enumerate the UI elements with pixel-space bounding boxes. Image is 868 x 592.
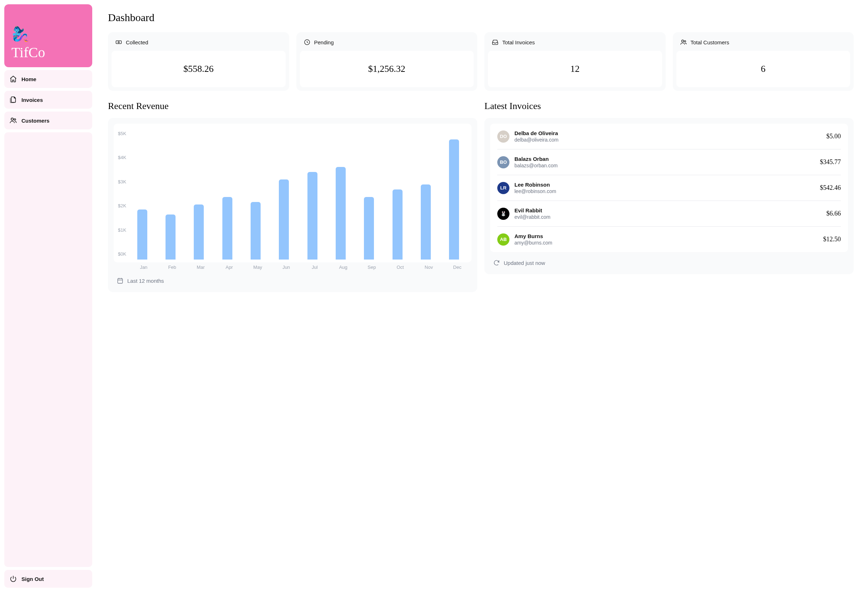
sidebar-item-label: Home — [21, 76, 37, 82]
month-label: Apr — [215, 264, 244, 270]
invoices-title: Latest Invoices — [484, 101, 854, 112]
y-tick: $3K — [118, 179, 126, 185]
stat-value: 6 — [676, 51, 850, 87]
invoice-email: evil@rabbit.com — [514, 214, 822, 220]
stat-value: $1,256.32 — [300, 51, 474, 87]
bar-col — [129, 210, 155, 260]
signout-button[interactable]: Sign Out — [4, 570, 92, 588]
invoice-amount: $5.00 — [827, 133, 841, 140]
month-labels: JanFebMarAprMayJunJulAugSepOctNovDec — [114, 264, 472, 270]
invoices-footer: Updated just now — [490, 252, 848, 269]
invoice-name: Balazs Orban — [514, 156, 815, 162]
documents-icon — [9, 96, 17, 104]
month-label: Nov — [415, 264, 443, 270]
stats-row: Collected $558.26 Pending $1,256.32 Tota… — [108, 32, 854, 91]
sidebar: 🧞‍♀️ TifCo Home Invoices Customers Sign … — [0, 0, 96, 592]
sidebar-item-invoices[interactable]: Invoices — [4, 91, 92, 109]
stat-card-total-customers: Total Customers 6 — [673, 32, 854, 91]
invoice-email: lee@robinson.com — [514, 188, 815, 194]
invoice-list: DODelba de Oliveiradelba@oliveira.com$5.… — [490, 124, 848, 252]
bar-col — [441, 139, 467, 260]
invoice-info: Balazs Orbanbalazs@orban.com — [514, 156, 815, 168]
sidebar-item-customers[interactable]: Customers — [4, 112, 92, 129]
invoice-name: Amy Burns — [514, 233, 818, 239]
bar — [336, 167, 346, 260]
invoice-info: Evil Rabbitevil@rabbit.com — [514, 207, 822, 220]
y-tick: $2K — [118, 203, 126, 208]
stat-card-collected: Collected $558.26 — [108, 32, 289, 91]
invoices-footer-text: Updated just now — [504, 260, 545, 266]
svg-point-5 — [681, 40, 683, 42]
svg-point-6 — [684, 40, 686, 42]
y-tick: $1K — [118, 227, 126, 233]
bar — [364, 197, 374, 260]
stat-label: Collected — [126, 39, 148, 46]
bar — [222, 197, 232, 260]
month-label: Mar — [187, 264, 215, 270]
bar — [165, 214, 176, 260]
svg-rect-7 — [118, 279, 122, 283]
month-label: May — [244, 264, 272, 270]
bar — [421, 185, 431, 260]
month-label: Dec — [443, 264, 472, 270]
invoice-row[interactable]: BOBalazs Orbanbalazs@orban.com$345.77 — [497, 149, 841, 175]
invoice-info: Amy Burnsamy@burns.com — [514, 233, 818, 246]
y-tick: $0K — [118, 251, 126, 257]
svg-point-1 — [14, 119, 16, 121]
page-title: Dashboard — [108, 12, 854, 24]
stat-label: Total Invoices — [502, 39, 535, 46]
invoice-info: Lee Robinsonlee@robinson.com — [514, 182, 815, 194]
avatar: DO — [497, 130, 509, 143]
invoice-email: balazs@orban.com — [514, 162, 815, 168]
svg-point-0 — [11, 118, 13, 120]
sidebar-item-home[interactable]: Home — [4, 70, 92, 88]
logo-block[interactable]: 🧞‍♀️ TifCo — [4, 4, 92, 67]
users-icon — [9, 117, 17, 124]
bar-col — [186, 204, 212, 260]
invoice-name: Delba de Oliveira — [514, 130, 822, 136]
invoice-email: delba@oliveira.com — [514, 137, 822, 143]
invoice-row[interactable]: DODelba de Oliveiradelba@oliveira.com$5.… — [497, 124, 841, 149]
avatar: AB — [497, 233, 509, 246]
svg-point-3 — [118, 41, 120, 43]
stat-value: 12 — [488, 51, 662, 87]
bar-col — [328, 167, 354, 260]
avatar: BO — [497, 156, 509, 168]
invoice-row[interactable]: 🐰Evil Rabbitevil@rabbit.com$6.66 — [497, 201, 841, 226]
y-tick: $4K — [118, 155, 126, 160]
stat-label: Pending — [314, 39, 334, 46]
calendar-icon — [117, 277, 124, 284]
month-label: Jun — [272, 264, 301, 270]
stat-card-pending: Pending $1,256.32 — [296, 32, 478, 91]
invoice-info: Delba de Oliveiradelba@oliveira.com — [514, 130, 822, 143]
revenue-footer-text: Last 12 months — [127, 278, 164, 284]
invoice-amount: $6.66 — [827, 210, 841, 217]
invoice-name: Evil Rabbit — [514, 207, 822, 213]
bar — [279, 179, 289, 260]
month-label: Jul — [301, 264, 329, 270]
revenue-chart: $5K$4K$3K$2K$1K$0K — [114, 124, 472, 263]
revenue-footer: Last 12 months — [114, 270, 472, 286]
bar — [449, 139, 459, 260]
y-tick: $5K — [118, 131, 126, 136]
invoice-row[interactable]: ABAmy Burnsamy@burns.com$12.50 — [497, 226, 841, 252]
month-label: Jan — [129, 264, 158, 270]
month-label: Sep — [357, 264, 386, 270]
invoice-row[interactable]: LRLee Robinsonlee@robinson.com$542.46 — [497, 175, 841, 201]
signout-label: Sign Out — [21, 576, 44, 582]
revenue-title: Recent Revenue — [108, 101, 477, 112]
bar — [393, 189, 403, 260]
power-icon — [9, 575, 17, 583]
sidebar-item-label: Customers — [21, 118, 49, 124]
revenue-section: Recent Revenue $5K$4K$3K$2K$1K$0K JanFeb… — [108, 101, 477, 292]
bar-col — [157, 214, 183, 260]
avatar: LR — [497, 182, 509, 194]
invoice-email: amy@burns.com — [514, 240, 818, 246]
month-label: Oct — [386, 264, 415, 270]
bar — [251, 202, 261, 260]
main-content: Dashboard Collected $558.26 Pending $1,2… — [96, 0, 868, 592]
bar-col — [214, 197, 240, 260]
bar — [307, 172, 317, 260]
bar — [194, 204, 204, 260]
stat-card-total-invoices: Total Invoices 12 — [484, 32, 666, 91]
